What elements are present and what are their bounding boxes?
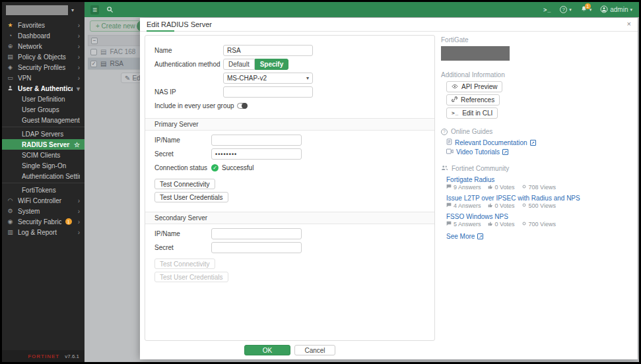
name-input[interactable] bbox=[223, 45, 313, 56]
sidebar-item-user-groups[interactable]: User Groups bbox=[2, 104, 84, 115]
notification-badge: 1 bbox=[65, 218, 72, 225]
auth-protocol-select[interactable]: MS-CHAP-v2 ▾ bbox=[223, 73, 313, 84]
relevant-documentation-link[interactable]: Relevant Documentation ↗ bbox=[446, 138, 631, 146]
secondary-test-connectivity-button[interactable]: Test Connectivity bbox=[154, 258, 215, 269]
primary-ip-input[interactable] bbox=[211, 135, 302, 146]
help-icon: ? bbox=[560, 6, 567, 13]
security-fabric-icon: ◉ bbox=[7, 219, 14, 225]
connection-status-value: Successful bbox=[222, 164, 253, 171]
dialog-title: Edit RADIUS Server bbox=[147, 20, 212, 32]
admin-label: admin bbox=[610, 6, 628, 13]
video-tutorials-link[interactable]: Video Tutorials ↗ bbox=[446, 148, 631, 156]
sidebar: ▾ ★ Favorites › ◔ Dashboard › ⊕ Network … bbox=[2, 2, 84, 362]
sidebar-item-label: Network bbox=[18, 43, 74, 50]
close-icon[interactable]: × bbox=[627, 20, 631, 28]
sidebar-item-authentication-settings[interactable]: Authentication Settings bbox=[2, 171, 84, 181]
auth-default-button[interactable]: Default bbox=[223, 59, 255, 70]
primary-test-credentials-button[interactable]: Test User Credentials bbox=[154, 192, 228, 202]
user-icon bbox=[7, 85, 14, 92]
sidebar-item-user-definition[interactable]: User Definition bbox=[2, 94, 84, 104]
auth-method-segmented-control: Default Specify bbox=[223, 59, 288, 70]
notification-badge: 1 bbox=[585, 3, 591, 9]
sidebar-header[interactable]: ▾ bbox=[6, 5, 81, 15]
sidebar-item-favorites[interactable]: ★ Favorites › bbox=[2, 20, 84, 30]
cli-console-icon[interactable]: >_ bbox=[543, 7, 551, 13]
votes-count: 0 Votes bbox=[495, 184, 515, 191]
sidebar-item-dashboard[interactable]: ◔ Dashboard › bbox=[2, 30, 84, 41]
video-icon bbox=[446, 148, 454, 156]
screen: ▾ ★ Favorites › ◔ Dashboard › ⊕ Network … bbox=[0, 0, 641, 364]
sidebar-item-log-report[interactable]: ▥ Log & Report › bbox=[2, 227, 84, 237]
sidebar-item-label: Security Profiles bbox=[18, 64, 74, 71]
ok-button[interactable]: OK bbox=[244, 345, 290, 355]
sidebar-item-label: Guest Management bbox=[22, 117, 80, 124]
sidebar-item-scim-clients[interactable]: SCIM Clients bbox=[2, 150, 84, 160]
sidebar-item-label: VPN bbox=[18, 75, 74, 82]
references-button[interactable]: References bbox=[446, 94, 500, 106]
connection-status-label: Connection status bbox=[154, 164, 211, 171]
caret-down-icon[interactable]: ▾ bbox=[71, 7, 74, 13]
admin-menu[interactable]: admin ▾ bbox=[600, 5, 632, 15]
include-toggle[interactable] bbox=[237, 103, 248, 109]
sidebar-item-label: User Definition bbox=[22, 96, 80, 103]
caret-down-icon: ▾ bbox=[630, 7, 632, 13]
community-post-meta: 5 Answers 0 Votes 700 Views bbox=[446, 221, 631, 228]
hamburger-menu-icon[interactable]: ≡ bbox=[90, 5, 99, 15]
secondary-test-credentials-button[interactable]: Test User Credentials bbox=[154, 272, 228, 282]
cancel-button[interactable]: Cancel bbox=[294, 345, 335, 355]
sidebar-item-fortitokens[interactable]: FortiTokens bbox=[2, 185, 84, 195]
vdom-selector-redacted bbox=[6, 5, 68, 15]
dialog-header: Edit RADIUS Server × bbox=[140, 18, 638, 32]
help-menu[interactable]: ? ▾ bbox=[560, 6, 572, 13]
sidebar-item-user-authentication[interactable]: User & Authentication ▾ bbox=[2, 83, 84, 94]
nas-ip-input[interactable] bbox=[223, 86, 313, 98]
sidebar-item-wifi-controller[interactable]: ◠ WiFi Controller › bbox=[2, 195, 84, 206]
primary-test-connectivity-button[interactable]: Test Connectivity bbox=[154, 179, 215, 189]
secondary-secret-input[interactable] bbox=[211, 242, 302, 253]
community-post-link[interactable]: Fortigate Radius bbox=[446, 176, 631, 183]
sidebar-item-network[interactable]: ⊕ Network › bbox=[2, 41, 84, 51]
fortinet-logo: FORTINET bbox=[28, 353, 59, 359]
nas-ip-label: NAS IP bbox=[154, 88, 223, 96]
community-icon bbox=[441, 165, 448, 172]
api-preview-button[interactable]: API Preview bbox=[446, 81, 502, 92]
external-link-icon: ↗ bbox=[530, 140, 536, 146]
sidebar-item-vpn[interactable]: ▭ VPN › bbox=[2, 73, 84, 83]
notifications-menu[interactable]: 1 ▾ bbox=[580, 5, 592, 14]
secondary-ip-input[interactable] bbox=[211, 228, 302, 239]
video-tutorials-label: Video Tutorials bbox=[456, 148, 500, 156]
sidebar-item-label: User & Authentication bbox=[18, 85, 73, 92]
answers-count: 4 Answers bbox=[454, 202, 481, 209]
primary-secret-input[interactable] bbox=[211, 148, 302, 160]
star-icon: ★ bbox=[7, 22, 14, 28]
sidebar-item-radius-servers[interactable]: RADIUS Servers ☆ bbox=[2, 139, 84, 150]
secret-label: Secret bbox=[154, 244, 211, 251]
sidebar-item-policy-objects[interactable]: ▤ Policy & Objects › bbox=[2, 51, 84, 62]
edit-in-cli-button[interactable]: >_ Edit in CLI bbox=[446, 107, 498, 119]
chevron-right-icon: › bbox=[78, 22, 80, 29]
search-icon[interactable] bbox=[106, 4, 114, 16]
sidebar-item-system[interactable]: ⚙ System › bbox=[2, 206, 84, 216]
auth-method-label: Authentication method bbox=[154, 61, 223, 68]
sidebar-item-security-profiles[interactable]: ◈ Security Profiles › bbox=[2, 62, 84, 73]
community-post-link[interactable]: Issue L2TP over IPSEC with Radius and NP… bbox=[446, 195, 631, 202]
star-outline-icon[interactable]: ☆ bbox=[74, 141, 80, 148]
sidebar-item-ldap-servers[interactable]: LDAP Servers bbox=[2, 129, 84, 139]
chevron-right-icon: › bbox=[78, 208, 80, 215]
sidebar-item-guest-management[interactable]: Guest Management bbox=[2, 115, 84, 125]
thumbs-up-icon bbox=[488, 202, 493, 209]
community-post-link[interactable]: FSSO Windows NPS bbox=[446, 213, 631, 220]
answers-count: 5 Answers bbox=[454, 221, 481, 228]
see-more-label: See More bbox=[446, 233, 475, 240]
sidebar-item-single-sign-on[interactable]: Single Sign-On bbox=[2, 160, 84, 171]
auth-specify-button[interactable]: Specify bbox=[255, 59, 289, 70]
see-more-link[interactable]: See More ↗ bbox=[446, 233, 631, 240]
secondary-server-section-header: Secondary Server bbox=[145, 212, 434, 224]
auth-protocol-value: MS-CHAP-v2 bbox=[227, 75, 267, 82]
sidebar-item-label: Favorites bbox=[18, 22, 74, 29]
votes-count: 0 Votes bbox=[495, 221, 515, 228]
wifi-icon: ◠ bbox=[7, 198, 14, 204]
views-count: 708 Views bbox=[529, 184, 556, 191]
comment-icon bbox=[446, 202, 452, 209]
sidebar-item-security-fabric[interactable]: ◉ Security Fabric 1 › bbox=[2, 216, 84, 227]
